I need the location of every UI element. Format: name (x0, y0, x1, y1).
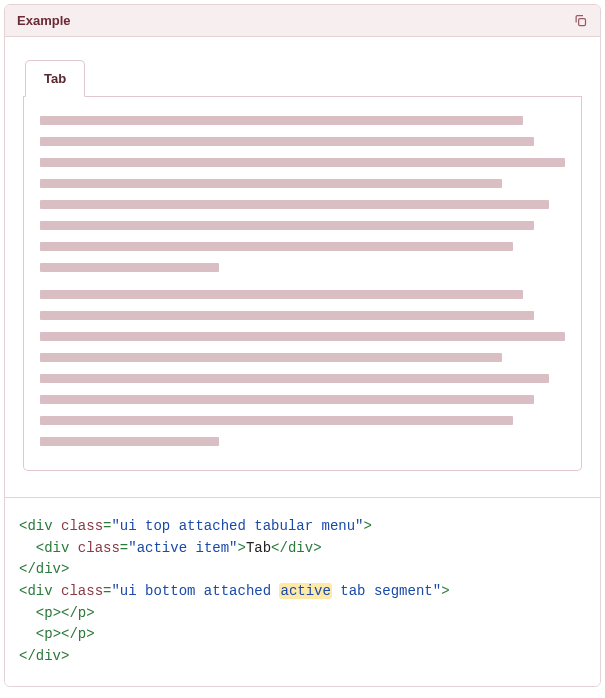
example-header: Example (5, 5, 600, 37)
placeholder-paragraph (40, 116, 565, 272)
placeholder-line (40, 200, 549, 209)
placeholder-line (40, 437, 219, 446)
tab-active[interactable]: Tab (25, 60, 85, 97)
placeholder-line (40, 290, 523, 299)
placeholder-line (40, 158, 565, 167)
copy-icon[interactable] (573, 13, 588, 28)
placeholder-line (40, 221, 534, 230)
placeholder-line (40, 374, 549, 383)
tab-segment (23, 96, 582, 471)
placeholder-line (40, 395, 534, 404)
example-container: Example Tab <div class="ui top attached … (4, 4, 601, 687)
tab-menu: Tab (23, 59, 582, 97)
placeholder-line (40, 332, 565, 341)
placeholder-line (40, 263, 219, 272)
placeholder-line (40, 353, 502, 362)
placeholder-line (40, 179, 502, 188)
code-area: <div class="ui top attached tabular menu… (5, 497, 600, 686)
svg-rect-0 (579, 19, 586, 26)
placeholder-line (40, 416, 513, 425)
placeholder-line (40, 242, 513, 251)
placeholder-line (40, 311, 534, 320)
placeholder-line (40, 137, 534, 146)
preview-area: Tab (5, 37, 600, 497)
example-title: Example (17, 13, 70, 28)
placeholder-line (40, 116, 523, 125)
placeholder-paragraph (40, 290, 565, 446)
